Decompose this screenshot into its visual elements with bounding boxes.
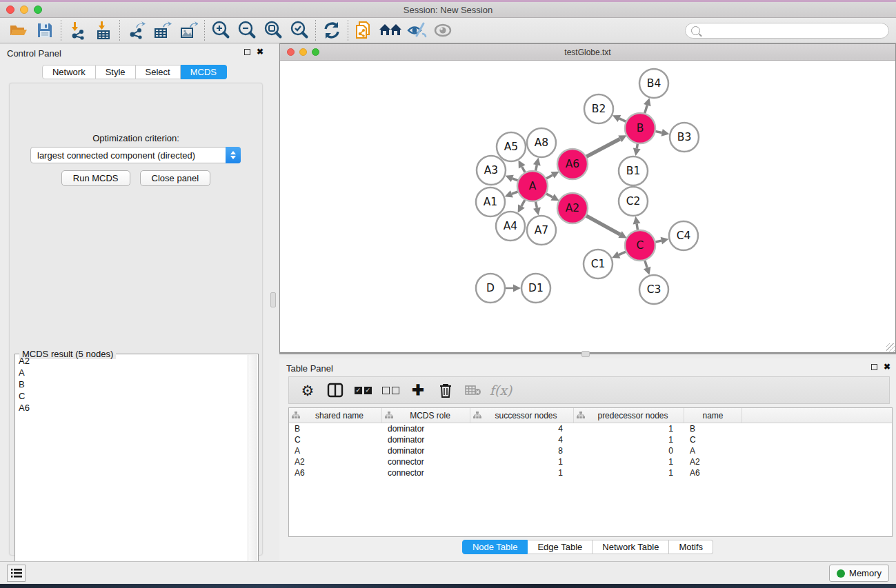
- edge-A-A8[interactable]: [535, 165, 537, 171]
- edge-A-A1[interactable]: [512, 192, 519, 194]
- column-header-predecessor-nodes[interactable]: predecessor nodes: [574, 408, 684, 423]
- node-A1[interactable]: A1: [476, 187, 505, 216]
- export-image-button[interactable]: [175, 19, 201, 41]
- table-row[interactable]: Cdominator41C: [289, 434, 892, 445]
- zoom-window-button[interactable]: [34, 6, 42, 14]
- import-network-button[interactable]: [64, 19, 90, 41]
- edge-C-C2[interactable]: [637, 224, 638, 231]
- close-panel-icon[interactable]: ✖: [257, 48, 263, 55]
- delete-table-button[interactable]: [461, 379, 485, 401]
- run-mcds-button[interactable]: Run MCDS: [61, 170, 130, 186]
- select-all-rows-button[interactable]: [351, 379, 375, 401]
- import-table-button[interactable]: [90, 19, 117, 41]
- add-row-button[interactable]: ✚: [406, 379, 430, 401]
- node-C[interactable]: C: [625, 230, 655, 261]
- edge-A-A5[interactable]: [522, 167, 526, 173]
- result-list-item[interactable]: A2: [16, 355, 248, 367]
- tab-style[interactable]: Style: [96, 65, 136, 79]
- edge-A6-B[interactable]: [586, 139, 619, 156]
- node-C3[interactable]: C3: [639, 275, 668, 304]
- function-builder-button[interactable]: f(x): [489, 379, 512, 401]
- edge-A-A7[interactable]: [535, 201, 537, 208]
- export-table-button[interactable]: [149, 19, 175, 41]
- show-all-button[interactable]: [430, 19, 456, 41]
- export-network-button[interactable]: [123, 19, 149, 41]
- table-options-button[interactable]: ⚙: [296, 379, 319, 401]
- tab-network-table[interactable]: Network Table: [593, 540, 669, 554]
- edge-A-A3[interactable]: [512, 179, 519, 181]
- column-header-successor-nodes[interactable]: successor nodes: [470, 408, 574, 423]
- close-window-button[interactable]: [6, 6, 14, 14]
- show-columns-button[interactable]: [323, 379, 347, 401]
- node-A2[interactable]: A2: [557, 193, 588, 223]
- close-table-panel-icon[interactable]: ✖: [884, 363, 890, 370]
- delete-rows-button[interactable]: [434, 379, 457, 401]
- search-input[interactable]: [685, 23, 889, 39]
- node-A3[interactable]: A3: [477, 156, 506, 185]
- node-A[interactable]: A: [517, 171, 548, 201]
- node-table[interactable]: shared nameMCDS rolesuccessor nodesprede…: [288, 407, 893, 537]
- save-session-button[interactable]: [32, 19, 58, 41]
- mcds-result-list[interactable]: A2ABCA6: [16, 355, 248, 587]
- edge-A-A2[interactable]: [546, 194, 552, 197]
- table-row[interactable]: A6connector11A6: [289, 467, 892, 478]
- hide-selected-button[interactable]: [404, 19, 430, 41]
- edge-C-C4[interactable]: [655, 241, 661, 242]
- zoom-in-button[interactable]: [208, 19, 234, 41]
- column-header-shared-name[interactable]: shared name: [289, 408, 382, 423]
- tab-node-table[interactable]: Node Table: [462, 540, 528, 554]
- minimize-network-button[interactable]: [299, 48, 307, 56]
- node-C1[interactable]: C1: [584, 250, 613, 278]
- result-scrollbar[interactable]: [248, 355, 257, 587]
- close-network-button[interactable]: [287, 48, 295, 56]
- first-neighbors-button[interactable]: [377, 19, 404, 41]
- node-B[interactable]: B: [625, 113, 655, 143]
- node-B4[interactable]: B4: [639, 69, 668, 98]
- node-B3[interactable]: B3: [670, 123, 699, 152]
- resize-grip-icon[interactable]: [886, 343, 895, 352]
- task-history-button[interactable]: [7, 565, 26, 582]
- zoom-network-button[interactable]: [312, 48, 319, 56]
- horizontal-split-grip[interactable]: [581, 351, 590, 357]
- tab-network[interactable]: Network: [42, 65, 96, 79]
- optimization-criterion-dropdown[interactable]: largest connected component (directed): [30, 147, 241, 163]
- vertical-split-grip[interactable]: [270, 292, 276, 307]
- column-header-MCDS-role[interactable]: MCDS role: [382, 408, 470, 423]
- memory-button[interactable]: Memory: [829, 565, 889, 582]
- node-A5[interactable]: A5: [497, 132, 526, 161]
- edge-B-B3[interactable]: [655, 131, 662, 132]
- result-list-item[interactable]: A6: [16, 402, 248, 414]
- close-panel-button[interactable]: Close panel: [140, 170, 211, 186]
- edge-B-B2[interactable]: [619, 119, 626, 122]
- edge-A2-C[interactable]: [586, 216, 620, 234]
- node-A8[interactable]: A8: [527, 128, 556, 157]
- node-C4[interactable]: C4: [669, 221, 698, 250]
- edge-A-A6[interactable]: [546, 175, 552, 179]
- refresh-view-button[interactable]: [319, 19, 345, 41]
- zoom-out-button[interactable]: [234, 19, 260, 41]
- table-row[interactable]: Bdominator41B: [289, 423, 892, 434]
- deselect-all-rows-button[interactable]: [379, 379, 402, 401]
- table-row[interactable]: Adominator80A: [289, 445, 892, 456]
- zoom-selected-button[interactable]: [286, 19, 312, 41]
- tab-mcds[interactable]: MCDS: [181, 65, 227, 79]
- tab-motifs[interactable]: Motifs: [669, 540, 713, 554]
- node-A7[interactable]: A7: [527, 216, 556, 245]
- node-A6[interactable]: A6: [557, 149, 588, 179]
- new-network-from-selection-button[interactable]: [351, 19, 377, 41]
- result-list-item[interactable]: C: [16, 390, 248, 402]
- edge-C-C3[interactable]: [645, 260, 648, 268]
- float-panel-icon[interactable]: [244, 49, 250, 55]
- open-session-button[interactable]: [6, 19, 32, 41]
- float-table-panel-icon[interactable]: [871, 364, 877, 370]
- node-B2[interactable]: B2: [584, 94, 613, 123]
- zoom-fit-button[interactable]: [260, 19, 286, 41]
- node-D1[interactable]: D1: [521, 274, 550, 303]
- node-B1[interactable]: B1: [619, 156, 648, 185]
- edge-C-C1[interactable]: [619, 252, 626, 255]
- network-graph-canvas[interactable]: B4B2BB3A5A8A6A3AB1A1A2C2A4A7C4C1CDD1C3: [280, 61, 895, 352]
- column-header-name[interactable]: name: [684, 408, 742, 423]
- edge-B-B4[interactable]: [644, 105, 647, 114]
- node-D[interactable]: D: [476, 274, 505, 303]
- tab-edge-table[interactable]: Edge Table: [528, 540, 593, 554]
